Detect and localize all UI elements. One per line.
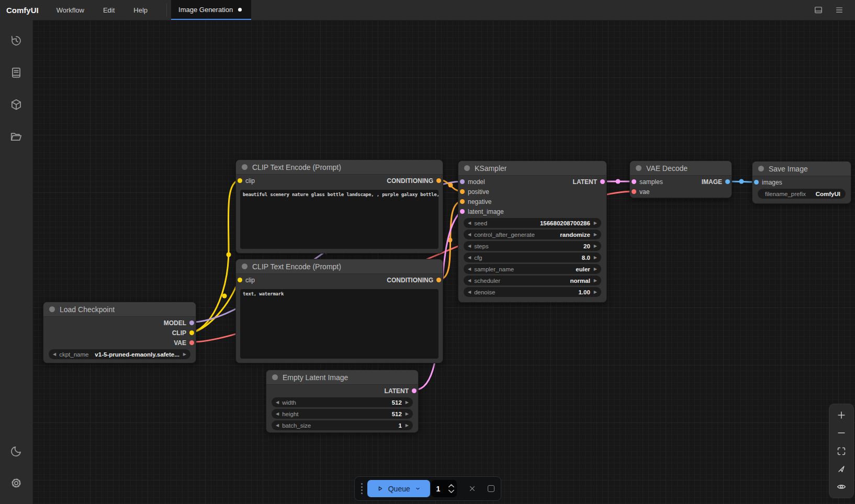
node-graph-canvas[interactable] [32, 20, 855, 504]
input-slot-clip[interactable]: clip [236, 275, 255, 285]
input-slot-clip[interactable]: clip [236, 176, 255, 186]
decrement-arrow-icon[interactable]: ◀ [276, 423, 279, 428]
input-dot-images[interactable] [754, 180, 759, 185]
output-slot-CONDITIONING[interactable]: CONDITIONING [387, 275, 443, 285]
input-dot-latent_image[interactable] [460, 209, 465, 214]
theme-toggle-button[interactable] [6, 441, 27, 462]
input-slot-negative[interactable]: negative [458, 197, 491, 207]
input-slot-vae[interactable]: vae [630, 187, 649, 197]
prompt-textarea[interactable]: text, watermark [240, 289, 438, 359]
increment-arrow-icon[interactable]: ▶ [594, 279, 597, 283]
input-slot-positive[interactable]: positive [458, 187, 489, 197]
menu-workflow[interactable]: Workflow [47, 0, 94, 20]
node-header[interactable]: CLIP Text Encode (Prompt) [236, 160, 443, 175]
node-ksampler[interactable]: KSamplermodelLATENTpositivenegativelaten… [458, 161, 607, 303]
output-slot-LATENT[interactable]: LATENT [573, 177, 606, 187]
input-dot-model[interactable] [460, 179, 465, 184]
output-dot-IMAGE[interactable] [725, 179, 730, 184]
increment-arrow-icon[interactable]: ▶ [594, 256, 597, 260]
interrupt-button[interactable] [488, 485, 494, 492]
input-dot-vae[interactable] [632, 189, 636, 194]
collapse-dot-icon[interactable] [464, 165, 470, 171]
node-clip-text-encode-positive[interactable]: CLIP Text Encode (Prompt)clipCONDITIONIN… [235, 159, 443, 254]
node-library-button[interactable] [6, 62, 27, 83]
output-slot-VAE[interactable]: VAE [174, 338, 196, 348]
output-dot-CLIP[interactable] [189, 330, 194, 335]
input-dot-samples[interactable] [632, 179, 636, 184]
menu-help[interactable]: Help [124, 0, 157, 20]
output-dot-CONDITIONING[interactable] [436, 278, 441, 282]
model-library-button[interactable] [6, 94, 27, 115]
collapse-dot-icon[interactable] [242, 164, 248, 170]
fit-view-button[interactable] [835, 445, 848, 457]
step-down-icon[interactable] [448, 489, 455, 494]
increment-arrow-icon[interactable]: ▶ [594, 290, 597, 294]
drag-handle[interactable] [358, 483, 366, 494]
widget-seed[interactable]: ◀seed156680208700286▶ [464, 218, 601, 228]
widget-batch_size[interactable]: ◀batch_size1▶ [272, 420, 413, 430]
node-header[interactable]: VAE Decode [630, 161, 732, 176]
input-slot-samples[interactable]: samples [630, 177, 663, 187]
node-header[interactable]: CLIP Text Encode (Prompt) [236, 259, 443, 274]
widget-steps[interactable]: ◀steps20▶ [464, 241, 601, 251]
increment-arrow-icon[interactable]: ▶ [594, 267, 597, 271]
node-save-image[interactable]: Save Imageimagesfilename_prefixComfyUI [752, 161, 851, 204]
input-slot-images[interactable]: images [752, 177, 782, 187]
toggle-link-visibility-button[interactable] [835, 480, 848, 493]
collapse-dot-icon[interactable] [242, 264, 248, 269]
output-slot-LATENT[interactable]: LATENT [385, 386, 418, 396]
settings-button[interactable] [6, 473, 27, 494]
select-mode-button[interactable] [835, 463, 848, 475]
output-dot-CONDITIONING[interactable] [436, 178, 441, 183]
output-slot-CONDITIONING[interactable]: CONDITIONING [387, 176, 443, 186]
input-dot-negative[interactable] [460, 199, 465, 204]
widget-ckpt_name[interactable]: ◀ckpt_namev1-5-pruned-emaonly.safete...▶ [49, 349, 190, 359]
prompt-textarea[interactable]: beautiful scenery nature glass bottle la… [240, 190, 438, 249]
increment-arrow-icon[interactable]: ▶ [406, 400, 409, 405]
node-load-checkpoint[interactable]: Load CheckpointMODELCLIPVAE◀ckpt_namev1-… [43, 302, 196, 363]
increment-arrow-icon[interactable]: ▶ [406, 423, 409, 428]
output-dot-VAE[interactable] [189, 340, 194, 345]
widget-control_after_generate[interactable]: ◀control_after_generaterandomize▶ [464, 230, 601, 239]
input-dot-clip[interactable] [238, 278, 242, 282]
node-header[interactable]: KSampler [458, 161, 606, 176]
menu-edit[interactable]: Edit [94, 0, 124, 20]
collapse-dot-icon[interactable] [636, 165, 642, 171]
clear-queue-button[interactable] [468, 484, 477, 493]
workflow-tab[interactable]: Image Generation [171, 0, 251, 20]
collapse-dot-icon[interactable] [758, 166, 764, 171]
batch-count-input[interactable]: 1 [431, 480, 457, 497]
collapse-dot-icon[interactable] [272, 374, 278, 380]
increment-arrow-icon[interactable]: ▶ [594, 221, 597, 225]
decrement-arrow-icon[interactable]: ◀ [276, 400, 279, 405]
output-dot-LATENT[interactable] [600, 179, 605, 184]
decrement-arrow-icon[interactable]: ◀ [468, 279, 471, 283]
node-header[interactable]: Empty Latent Image [266, 370, 418, 385]
widget-height[interactable]: ◀height512▶ [272, 409, 413, 419]
decrement-arrow-icon[interactable]: ◀ [468, 290, 471, 294]
input-dot-positive[interactable] [460, 189, 465, 194]
decrement-arrow-icon[interactable]: ◀ [53, 352, 56, 357]
widget-cfg[interactable]: ◀cfg8.0▶ [464, 253, 601, 262]
input-slot-latent_image[interactable]: latent_image [458, 207, 504, 216]
increment-arrow-icon[interactable]: ▶ [406, 412, 409, 416]
widget-sampler_name[interactable]: ◀sampler_nameeuler▶ [464, 264, 601, 274]
widget-filename_prefix[interactable]: filename_prefixComfyUI [758, 189, 846, 199]
main-menu-button[interactable] [831, 2, 848, 18]
step-up-icon[interactable] [448, 484, 455, 488]
decrement-arrow-icon[interactable]: ◀ [468, 256, 471, 260]
node-header[interactable]: Load Checkpoint [43, 302, 196, 317]
increment-arrow-icon[interactable]: ▶ [594, 244, 597, 248]
node-header[interactable]: Save Image [752, 162, 851, 176]
node-empty-latent-image[interactable]: Empty Latent ImageLATENT◀width512▶◀heigh… [266, 370, 419, 433]
workflows-button[interactable] [6, 126, 27, 147]
output-slot-IMAGE[interactable]: IMAGE [702, 177, 732, 187]
increment-arrow-icon[interactable]: ▶ [594, 233, 597, 237]
bottom-panel-toggle-button[interactable] [810, 2, 827, 18]
output-dot-MODEL[interactable] [189, 320, 194, 325]
decrement-arrow-icon[interactable]: ◀ [276, 412, 279, 416]
queue-button[interactable]: Queue [367, 480, 430, 497]
increment-arrow-icon[interactable]: ▶ [183, 352, 186, 357]
decrement-arrow-icon[interactable]: ◀ [468, 267, 471, 271]
node-vae-decode[interactable]: VAE DecodesamplesIMAGEvae [629, 161, 732, 198]
